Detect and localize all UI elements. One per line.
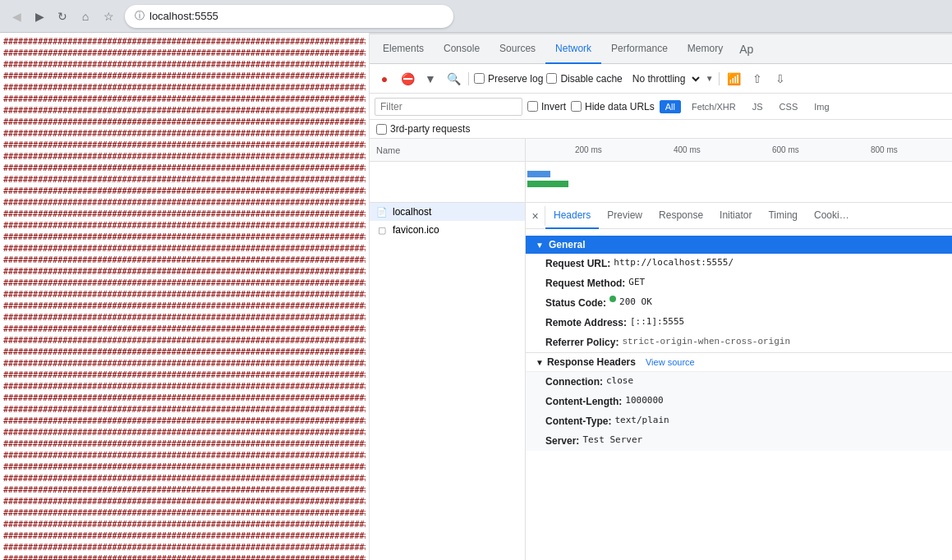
tick-800ms: 800 ms <box>871 145 898 154</box>
hide-data-urls-input[interactable] <box>571 101 582 112</box>
hash-line: ########################################… <box>3 347 366 358</box>
request-method-label: Request Method: <box>545 276 625 291</box>
hash-line: ########################################… <box>3 530 366 542</box>
details-tab-cookies[interactable]: Cooki… <box>806 203 858 229</box>
invert-label: Invert <box>541 101 566 112</box>
download-icon[interactable]: ⇩ <box>770 69 790 89</box>
tick-200ms: 200 ms <box>575 145 602 154</box>
waterfall-name-spacer <box>370 162 526 202</box>
status-code-label: Status Code: <box>545 296 606 310</box>
request-url-value: http://localhost:5555/ <box>614 256 734 271</box>
hash-line: ########################################… <box>3 140 366 151</box>
request-item-favicon[interactable]: ▢ favicon.ico <box>370 221 525 239</box>
waterfall-bar-blue <box>527 171 550 177</box>
connection-value: close <box>606 374 633 389</box>
hash-line: ########################################… <box>3 174 366 186</box>
response-triangle-icon[interactable]: ▼ <box>536 358 544 367</box>
disable-cache-checkbox[interactable]: Disable cache <box>546 73 622 85</box>
content-type-value: text/plain <box>614 414 669 429</box>
details-tab-timing[interactable]: Timing <box>760 203 806 229</box>
invert-input[interactable] <box>527 101 538 112</box>
address-bar[interactable]: ⓘ localhost:5555 <box>125 5 453 28</box>
throttle-select[interactable]: No throttling <box>626 71 702 87</box>
connection-row: Connection: close <box>526 372 952 392</box>
details-tab-initiator[interactable]: Initiator <box>711 203 760 229</box>
upload-icon[interactable]: ⇧ <box>747 69 767 89</box>
filter-type-img[interactable]: Img <box>808 100 835 113</box>
preserve-log-input[interactable] <box>474 73 485 84</box>
back-button[interactable]: ◀ <box>7 7 26 26</box>
referrer-policy-value: strict-origin-when-cross-origin <box>622 335 790 350</box>
search-button[interactable]: 🔍 <box>444 69 463 89</box>
doc-icon: 📄 <box>376 206 388 218</box>
hash-line: ########################################… <box>3 59 366 71</box>
tab-more[interactable]: Ap <box>733 43 760 56</box>
response-headers-title: Response Headers <box>547 356 636 368</box>
filter-type-fetch[interactable]: Fetch/XHR <box>686 100 742 113</box>
waterfall-bar-green <box>527 181 568 187</box>
details-tab-headers[interactable]: Headers <box>545 203 599 229</box>
filter-button[interactable]: ▼ <box>421 69 440 89</box>
hash-line: ########################################… <box>3 507 366 519</box>
general-section-title: General <box>549 239 586 250</box>
request-method-row: Request Method: GET <box>526 273 952 293</box>
content-type-label: Content-Type: <box>545 414 611 429</box>
details-tabs: × Headers Preview Response Initiator Tim… <box>526 203 952 229</box>
tab-elements[interactable]: Elements <box>373 34 434 64</box>
nav-buttons: ◀ ▶ ↻ ⌂ ☆ <box>7 7 118 26</box>
request-name-favicon: favicon.ico <box>393 224 439 236</box>
remote-address-value: [::1]:5555 <box>630 315 684 330</box>
view-source-link[interactable]: View source <box>646 357 695 367</box>
details-close-button[interactable]: × <box>526 206 545 226</box>
filter-type-css[interactable]: CSS <box>774 100 804 113</box>
preserve-log-checkbox[interactable]: Preserve log <box>474 73 543 85</box>
hash-line: ########################################… <box>3 36 366 48</box>
content-length-label: Content-Length: <box>545 394 622 409</box>
network-split: 📄 localhost ▢ favicon.ico <box>370 203 952 560</box>
filter-type-js[interactable]: JS <box>747 100 769 113</box>
disable-cache-label: Disable cache <box>560 73 622 85</box>
third-party-checkbox[interactable]: 3rd-party requests <box>376 123 470 135</box>
tab-console[interactable]: Console <box>434 34 490 64</box>
hash-line: ########################################… <box>3 278 366 289</box>
tab-network[interactable]: Network <box>545 34 601 64</box>
hash-line: ########################################… <box>3 220 366 232</box>
third-party-input[interactable] <box>376 124 387 135</box>
tab-memory[interactable]: Memory <box>678 34 733 64</box>
hash-line: ########################################… <box>3 94 366 105</box>
hash-line: ########################################… <box>3 324 366 335</box>
main-layout: ########################################… <box>0 33 952 560</box>
hash-line: ########################################… <box>3 289 366 301</box>
wifi-icon[interactable]: 📶 <box>724 69 744 89</box>
hash-line: ########################################… <box>3 266 366 278</box>
reload-button[interactable]: ↻ <box>53 7 72 26</box>
hash-line: ########################################… <box>3 404 366 415</box>
invert-checkbox[interactable]: Invert <box>527 101 566 112</box>
details-tab-response[interactable]: Response <box>651 203 711 229</box>
request-method-value: GET <box>628 276 645 291</box>
clear-button[interactable]: ⛔ <box>398 69 417 89</box>
filter-bar: Invert Hide data URLs All Fetch/XHR JS C… <box>370 94 952 120</box>
home-button[interactable]: ⌂ <box>76 7 95 26</box>
hash-line: ########################################… <box>3 392 366 404</box>
content-length-row: Content-Length: 1000000 <box>526 392 952 411</box>
tab-performance[interactable]: Performance <box>601 34 678 64</box>
img-icon: ▢ <box>376 224 388 236</box>
disable-cache-input[interactable] <box>546 73 557 84</box>
request-item-localhost[interactable]: 📄 localhost <box>370 203 525 221</box>
request-url-label: Request URL: <box>545 256 610 271</box>
details-tab-preview[interactable]: Preview <box>599 203 651 229</box>
hash-content: ########################################… <box>0 33 369 560</box>
tab-sources[interactable]: Sources <box>490 34 545 64</box>
bookmark-button[interactable]: ☆ <box>99 7 118 26</box>
hash-line: ########################################… <box>3 553 366 560</box>
hash-line: ########################################… <box>3 370 366 381</box>
filter-input[interactable] <box>375 98 522 116</box>
hide-data-urls-label: Hide data URLs <box>585 101 655 112</box>
general-section-header[interactable]: ▼ General <box>526 236 952 254</box>
record-button[interactable]: ● <box>375 69 394 89</box>
content-length-value: 1000000 <box>625 394 663 409</box>
hide-data-urls-checkbox[interactable]: Hide data URLs <box>571 101 655 112</box>
forward-button[interactable]: ▶ <box>30 7 49 26</box>
filter-type-all[interactable]: All <box>660 100 681 113</box>
